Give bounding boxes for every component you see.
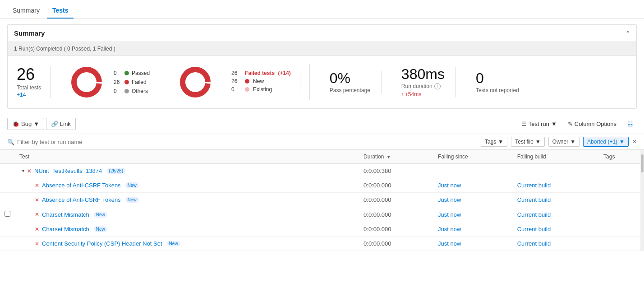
filter-input[interactable] <box>17 139 116 145</box>
row-failing-since[interactable]: Just now <box>433 178 513 193</box>
row-checkbox-cell <box>0 222 15 237</box>
col-failing-since-label: Failing since <box>438 153 468 160</box>
table-row[interactable]: ✕Absence of Anti-CSRF TokensNew0:0:00.00… <box>0 193 640 207</box>
row-failing-build[interactable]: Current build <box>513 237 599 251</box>
toolbar-right: ☰ Test run ▼ ✎ Column Options ☷ <box>518 118 637 130</box>
tab-tests[interactable]: Tests <box>47 3 74 19</box>
donut-chart-1-wrap: 0 Passed 26 Failed 0 Others <box>60 64 159 100</box>
row-failing-since[interactable]: Just now <box>433 207 513 222</box>
filter-close-icon[interactable]: ✕ <box>632 139 637 145</box>
donut-chart-2 <box>177 64 213 100</box>
test-file-dropdown-icon: ▼ <box>535 139 541 145</box>
scrollbar-track[interactable] <box>640 150 644 251</box>
row-badge: New <box>94 226 107 232</box>
row-duration: 0:0:00.380 <box>359 164 433 178</box>
link-icon: 🔗 <box>51 121 58 127</box>
column-options-label: Column Options <box>575 121 616 127</box>
row-failing-since[interactable]: Just now <box>433 222 513 237</box>
test-name-link[interactable]: NUnit_TestResults_13874 <box>34 167 102 174</box>
row-duration: 0:0:00.000 <box>359 222 433 237</box>
row-failing-build[interactable]: Current build <box>513 207 599 222</box>
pass-percent-value: 0% <box>330 71 370 85</box>
col-tags-label: Tags <box>603 153 615 160</box>
test-name-link[interactable]: Absence of Anti-CSRF Tokens <box>42 196 121 203</box>
row-checkbox[interactable] <box>5 211 10 217</box>
pass-percent-label: Pass percentage <box>330 87 370 93</box>
row-badge: (26/26) <box>106 168 125 174</box>
col-checkbox <box>0 150 15 164</box>
ft-existing-row: 0 Existing <box>231 86 291 93</box>
tests-not-reported-value: 0 <box>476 71 519 85</box>
row-failing-since[interactable]: Just now <box>433 237 513 251</box>
filter-input-wrap: 🔍 <box>7 139 474 145</box>
total-tests-label: Total tests <box>17 84 41 91</box>
col-duration[interactable]: Duration ▼ <box>359 150 433 164</box>
top-nav: Summary Tests <box>0 0 644 19</box>
total-tests-block: 26 Total tests +14 <box>17 66 51 98</box>
others-label: Others <box>132 88 148 94</box>
ft-delta: (+14) <box>278 70 290 76</box>
bug-button[interactable]: 🐞 Bug ▼ <box>7 118 44 130</box>
total-tests-count: 26 <box>17 66 41 83</box>
fail-icon: ✕ <box>35 211 39 218</box>
row-test-name: ✕Content Security Policy (CSP) Header No… <box>15 237 359 251</box>
run-info-bar: 1 Run(s) Completed ( 0 Passed, 1 Failed … <box>8 42 636 56</box>
aborted-dropdown-icon: ▼ <box>619 139 625 145</box>
test-name-link[interactable]: Content Security Policy (CSP) Header Not… <box>42 240 162 247</box>
run-duration-info-icon[interactable]: i <box>434 83 441 89</box>
link-button[interactable]: 🔗 Link <box>46 118 76 130</box>
tests-not-reported-block: 0 Tests not reported <box>465 71 530 93</box>
row-duration: 0:0:00.000 <box>359 178 433 193</box>
row-checkbox-cell[interactable] <box>0 207 15 222</box>
test-name-link[interactable]: Charset Mismatch <box>42 226 89 233</box>
table-row[interactable]: ✕Content Security Policy (CSP) Header No… <box>0 237 640 251</box>
passed-dot <box>124 71 129 75</box>
failed-label: Failed <box>132 79 147 85</box>
owner-filter-label: Owner <box>552 139 568 145</box>
table-row[interactable]: ✕Charset MismatchNew0:0:00.000Just nowCu… <box>0 222 640 237</box>
test-run-label: Test run <box>529 121 549 127</box>
test-name-link[interactable]: Absence of Anti-CSRF Tokens <box>42 182 121 189</box>
col-failing-since[interactable]: Failing since <box>433 150 513 164</box>
column-options-button[interactable]: ✎ Column Options <box>564 118 620 130</box>
col-tags[interactable]: Tags <box>599 150 640 164</box>
bug-label: Bug <box>21 121 32 127</box>
ft-new-count: 26 <box>231 78 241 84</box>
tab-summary[interactable]: Summary <box>7 3 45 19</box>
table-row[interactable]: ✕Absence of Anti-CSRF TokensNew0:0:00.00… <box>0 178 640 193</box>
tags-filter[interactable]: Tags ▼ <box>481 137 507 147</box>
ft-failed-label: Failed tests (+14) <box>245 70 291 76</box>
owner-filter[interactable]: Owner ▼ <box>548 137 580 147</box>
table-row[interactable]: ▾✕NUnit_TestResults_13874(26/26)0:0:00.3… <box>0 164 640 178</box>
filter-right: Tags ▼ Test file ▼ Owner ▼ Aborted (+1) … <box>481 137 637 147</box>
row-failing-build[interactable]: Current build <box>513 178 599 193</box>
row-checkbox-cell <box>0 164 15 178</box>
filter-button[interactable]: ☷ <box>624 118 637 130</box>
expand-collapse-icon[interactable]: ▾ <box>22 168 24 173</box>
aborted-filter[interactable]: Aborted (+1) ▼ <box>583 137 629 147</box>
aborted-filter-label: Aborted (+1) <box>587 139 617 145</box>
total-tests-delta: +14 <box>17 92 41 98</box>
col-failing-build[interactable]: Failing build <box>513 150 599 164</box>
row-failing-build[interactable]: Current build <box>513 193 599 207</box>
col-failing-build-label: Failing build <box>517 153 546 160</box>
owner-dropdown-icon: ▼ <box>570 139 575 145</box>
run-info-text: 1 Run(s) Completed ( 0 Passed, 1 Failed … <box>14 46 115 52</box>
summary-header: Summary ⌃ <box>8 25 636 42</box>
summary-collapse-icon[interactable]: ⌃ <box>626 30 630 37</box>
row-failing-since[interactable]: Just now <box>433 193 513 207</box>
arrow-up-icon: ↑ <box>401 91 404 98</box>
test-name-link[interactable]: Charset Mismatch <box>42 211 89 218</box>
ft-failed-row: 26 Failed tests (+14) <box>231 70 291 76</box>
scrollbar-thumb[interactable] <box>641 154 644 172</box>
bug-dropdown-icon: ▼ <box>33 121 39 127</box>
col-test[interactable]: Test <box>15 150 359 164</box>
pass-percentage-block: 0% Pass percentage <box>319 71 382 93</box>
tags-filter-label: Tags <box>485 139 496 145</box>
table-row[interactable]: ✕Charset MismatchNew0:0:00.000Just nowCu… <box>0 207 640 222</box>
run-duration-delta: ↑ +54ms <box>401 91 445 98</box>
legend-failed: 26 Failed <box>114 79 150 85</box>
test-file-filter[interactable]: Test file ▼ <box>511 137 545 147</box>
row-failing-build[interactable]: Current build <box>513 222 599 237</box>
test-run-button[interactable]: ☰ Test run ▼ <box>518 118 561 130</box>
